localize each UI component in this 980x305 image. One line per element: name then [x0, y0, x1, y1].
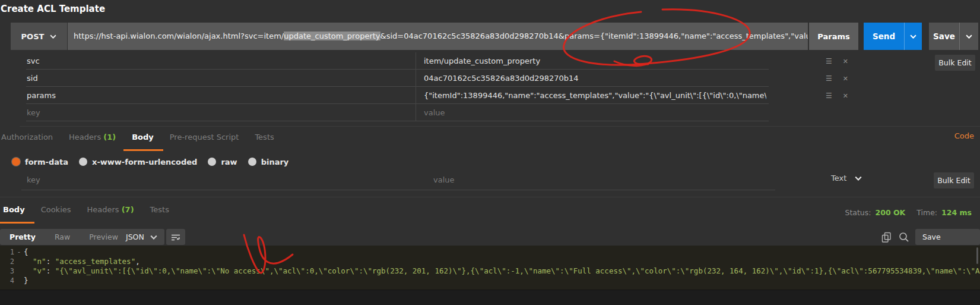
page-title: Create ACL Template — [1, 4, 105, 14]
body-mode-options: form-data x-www-form-urlencoded raw bina… — [12, 153, 288, 171]
request-tab[interactable]: Body — [132, 127, 154, 151]
wrap-text-icon — [171, 234, 180, 241]
param-key-input[interactable]: svc — [27, 52, 40, 70]
param-row: svc item/update_custom_property ☰✕ — [0, 52, 980, 70]
param-value-input[interactable]: item/update_custom_property — [424, 52, 766, 70]
time-value: 124 ms — [941, 208, 972, 217]
param-key-input[interactable]: sid — [27, 70, 38, 87]
tab-count-badge: (1) — [103, 133, 116, 142]
params-bulk-edit: Bulk Edit — [935, 55, 975, 71]
code-text: "n": "access_templates", — [24, 257, 140, 266]
tab-count-badge: (7) — [122, 205, 134, 214]
code-link[interactable]: Code — [954, 131, 974, 140]
language-label: JSON — [126, 232, 144, 241]
body-mode-option[interactable]: raw — [208, 158, 237, 166]
api-client-window: Create ACL Template POST https://hst-api… — [0, 0, 980, 305]
copy-response-button[interactable] — [881, 232, 892, 245]
fold-toggle-icon — [14, 257, 24, 266]
chevron-down-icon — [855, 176, 862, 181]
tab-label: Pre-request Script — [170, 133, 239, 142]
value-type-select[interactable]: Text — [831, 174, 862, 183]
send-button-label[interactable]: Send — [864, 23, 904, 50]
form-key-input[interactable]: key — [27, 175, 40, 184]
response-status-bar: Status: 200 OK Time: 124 ms — [845, 208, 972, 217]
tab-label: Tests — [150, 205, 169, 214]
fold-toggle-icon[interactable]: - — [14, 247, 24, 257]
request-tab[interactable]: Tests — [255, 127, 274, 151]
time-label: Time: — [916, 208, 937, 217]
body-mode-option[interactable]: x-www-form-urlencoded — [79, 158, 197, 166]
param-value-input[interactable]: value — [424, 104, 766, 121]
body-mode-label: binary — [261, 158, 289, 166]
chevron-down-icon — [910, 34, 916, 39]
save-options-button[interactable] — [959, 23, 978, 50]
response-tab[interactable]: Body — [3, 200, 25, 224]
param-row: sid 04ac70162c5c35826a83d0d298270b14 ☰✕ — [0, 70, 980, 87]
send-button[interactable]: Send — [864, 23, 922, 50]
body-bulk-edit: Bulk Edit — [934, 172, 974, 188]
remove-row-icon[interactable]: ✕ — [843, 58, 848, 65]
scrollbar[interactable] — [976, 247, 978, 264]
search-icon — [899, 232, 909, 243]
chevron-down-icon — [50, 34, 56, 39]
language-select[interactable]: JSON — [119, 229, 164, 245]
body-mode-label: form-data — [25, 158, 68, 166]
response-body-code[interactable]: 1-{2 "n": "access_templates",3 "v": "{\"… — [0, 246, 980, 290]
param-value-input[interactable]: 04ac70162c5c35826a83d0d298270b14 — [424, 70, 766, 87]
remove-row-icon[interactable]: ✕ — [843, 75, 848, 83]
row-actions: ☰✕ — [826, 87, 848, 105]
view-mode-option[interactable]: Raw — [45, 229, 80, 245]
drag-handle-icon[interactable]: ☰ — [826, 92, 832, 100]
form-value-input[interactable]: value — [433, 175, 455, 184]
request-tabs: Authorization Headers(1) Body Pre-reques… — [1, 127, 274, 151]
request-tab[interactable]: Authorization — [1, 127, 53, 151]
response-tab[interactable]: Cookies — [41, 200, 71, 224]
fold-toggle-icon — [14, 266, 24, 276]
tab-label: Authorization — [1, 133, 53, 142]
drag-handle-icon[interactable]: ☰ — [826, 74, 832, 83]
view-mode-option[interactable]: Pretty — [0, 229, 45, 245]
bulk-edit-button[interactable]: Bulk Edit — [935, 55, 975, 71]
radio-icon — [208, 158, 216, 166]
body-mode-option[interactable]: binary — [248, 158, 289, 166]
response-tab[interactable]: Tests — [150, 200, 169, 224]
line-number: 4 — [0, 276, 14, 285]
row-actions: ☰✕ — [826, 70, 848, 87]
send-options-button[interactable] — [904, 23, 922, 50]
save-button-label[interactable]: Save — [929, 23, 959, 50]
params-button[interactable]: Params — [809, 23, 858, 50]
bulk-edit-button[interactable]: Bulk Edit — [934, 172, 974, 188]
status-label: Status: — [845, 208, 871, 217]
code-line: 2 "n": "access_templates", — [0, 257, 980, 266]
tab-label: Tests — [255, 133, 274, 142]
drag-handle-icon[interactable]: ☰ — [826, 57, 832, 65]
url-text-before: https://hst-api.wialon.com/wialon/ajax.h… — [74, 32, 284, 40]
param-key-input[interactable]: params — [27, 87, 56, 104]
code-line: 3 "v": "{\"avl_unit\":[{\"id\":0,\"name\… — [0, 266, 980, 276]
save-button[interactable]: Save — [929, 23, 978, 50]
request-tab[interactable]: Headers(1) — [69, 127, 116, 151]
search-response-button[interactable] — [899, 232, 909, 245]
method-select[interactable]: POST — [11, 23, 67, 50]
row-divider — [21, 190, 775, 190]
status-value: 200 OK — [876, 208, 906, 217]
code-line: 1-{ — [0, 247, 980, 257]
tab-label: Headers — [69, 133, 101, 142]
line-number: 3 — [0, 266, 14, 276]
tab-label: Body — [3, 205, 25, 214]
wrap-lines-button[interactable] — [166, 229, 185, 245]
param-value-input[interactable]: {"itemId":13899446,"name":"access_templa… — [424, 87, 766, 104]
body-mode-label: x-www-form-urlencoded — [92, 158, 197, 166]
request-tab[interactable]: Pre-request Script — [170, 127, 239, 151]
param-key-input[interactable]: key — [27, 104, 40, 121]
save-response-button[interactable]: Save Response — [915, 229, 980, 245]
code-text: "v": "{\"avl_unit\":[{\"id\":0,\"name\":… — [24, 266, 980, 276]
remove-row-icon[interactable]: ✕ — [843, 92, 848, 100]
radio-icon — [248, 158, 256, 166]
code-text: } — [24, 276, 28, 285]
url-input[interactable]: https://hst-api.wialon.com/wialon/ajax.h… — [68, 23, 808, 50]
body-mode-option[interactable]: form-data — [12, 158, 68, 166]
line-number: 1 — [0, 247, 14, 257]
fold-toggle-icon — [14, 276, 24, 285]
response-tab[interactable]: Headers(7) — [87, 200, 134, 224]
